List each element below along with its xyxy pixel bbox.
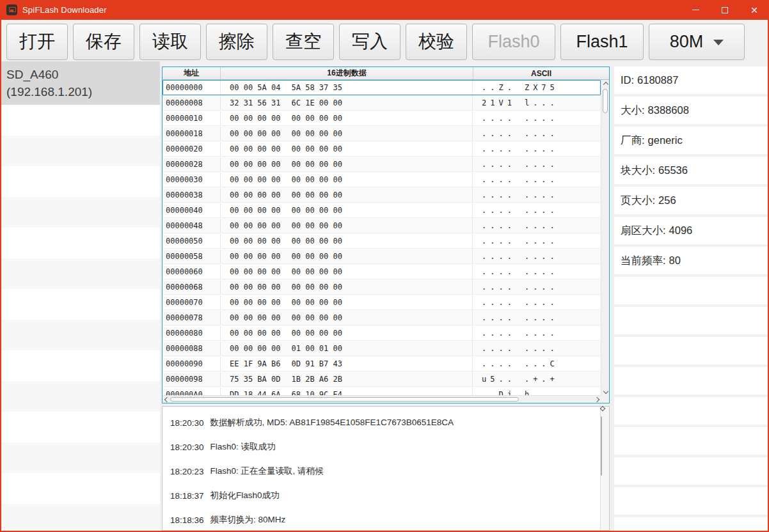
hex-row-ascii: ..Z. ZX75 xyxy=(473,81,600,95)
frequency-dropdown[interactable]: 80M xyxy=(649,24,745,60)
write-button[interactable]: 写入 xyxy=(339,24,400,60)
erase-button[interactable]: 擦除 xyxy=(206,24,267,60)
log-panel[interactable]: 18:20:30 数据解析成功, MD5: AB81F19854E1058FE1… xyxy=(162,406,610,531)
hex-row-address: 00000030 xyxy=(163,173,221,187)
hex-row[interactable]: 00000058 00 00 00 00 00 00 00 00 .... ..… xyxy=(163,249,601,264)
hex-row-bytes: 00 00 00 00 00 00 00 00 xyxy=(221,157,473,171)
maximize-button[interactable] xyxy=(710,0,740,20)
log-entry: 18:20:23 Flash0: 正在全量读取, 请稍候 xyxy=(170,459,600,483)
flash1-button[interactable]: Flash1 xyxy=(560,24,644,60)
hex-row[interactable]: 00000060 00 00 00 00 00 00 00 00 .... ..… xyxy=(163,264,601,279)
device-list-item-selected[interactable]: SD_A460 (192.168.1.201) xyxy=(1,61,160,105)
hex-row[interactable]: 00000098 75 35 BA 0D 1B 2B A6 2B u5.. .+… xyxy=(163,372,601,387)
read-button[interactable]: 读取 xyxy=(139,24,201,60)
hex-row[interactable]: 00000050 00 00 00 00 00 00 00 00 .... ..… xyxy=(163,233,601,249)
device-list-empty-area xyxy=(1,105,160,531)
log-timestamp: 18:18:37 xyxy=(170,491,204,501)
save-button[interactable]: 保存 xyxy=(73,24,134,60)
hex-row-bytes: 00 00 00 00 00 00 00 00 xyxy=(221,311,473,325)
hex-row-bytes: 00 00 00 00 00 00 00 00 xyxy=(221,173,473,187)
hex-row-ascii: .... .... xyxy=(473,219,600,233)
titlebar[interactable]: SpiFLash Downloader ✕ xyxy=(0,0,769,20)
close-button[interactable]: ✕ xyxy=(740,0,769,20)
hex-row[interactable]: 00000028 00 00 00 00 00 00 00 00 .... ..… xyxy=(163,157,601,172)
hex-row-bytes: 00 00 00 00 00 00 00 00 xyxy=(221,127,473,141)
info-row: 扇区大小: 4096 xyxy=(614,217,768,244)
hex-row[interactable]: 00000070 00 00 00 00 00 00 00 00 .... ..… xyxy=(163,295,601,310)
hex-row[interactable]: 00000068 00 00 00 00 00 00 00 00 .... ..… xyxy=(163,279,601,295)
hex-row-bytes: 00 00 00 00 00 00 00 00 xyxy=(221,188,473,202)
hex-row[interactable]: 00000020 00 00 00 00 00 00 00 00 .... ..… xyxy=(163,141,601,157)
device-list: SD_A460 (192.168.1.201) xyxy=(1,61,160,531)
flash0-button: Flash0 xyxy=(472,24,555,60)
hex-row[interactable]: 00000040 00 00 00 00 00 00 00 00 .... ..… xyxy=(163,203,601,218)
hex-row[interactable]: 00000048 00 00 00 00 00 00 00 00 .... ..… xyxy=(163,218,601,233)
hex-row-bytes: 00 00 00 00 00 00 00 00 xyxy=(221,219,473,233)
hex-row[interactable]: 00000018 00 00 00 00 00 00 00 00 .... ..… xyxy=(163,126,601,141)
info-row xyxy=(614,367,768,395)
log-timestamp: 18:20:30 xyxy=(170,418,204,428)
log-message: 频率切换为: 80MHz xyxy=(210,514,286,526)
info-value: 65536 xyxy=(658,164,688,176)
hex-row-ascii: .... .... xyxy=(473,280,600,294)
hex-row[interactable]: 00000088 00 00 00 00 01 00 01 00 .... ..… xyxy=(163,341,601,356)
hex-row[interactable]: 00000080 00 00 00 00 00 00 00 00 .... ..… xyxy=(163,325,601,341)
log-lines: 18:20:30 数据解析成功, MD5: AB81F19854E1058FE1… xyxy=(163,411,600,530)
hex-hscroll-thumb[interactable] xyxy=(170,397,519,402)
hex-row[interactable]: 00000010 00 00 00 00 00 00 00 00 .... ..… xyxy=(163,111,601,126)
hex-row-address: 00000090 xyxy=(163,357,221,371)
hex-row-bytes: DD 18 44 6A 68 10 9C E4 xyxy=(221,387,473,395)
info-row xyxy=(614,457,768,485)
hex-row[interactable]: 00000038 00 00 00 00 00 00 00 00 .... ..… xyxy=(163,187,601,203)
log-entry: 18:20:30 数据解析成功, MD5: AB81F19854E1058FE1… xyxy=(170,411,600,435)
blank-check-button[interactable]: 查空 xyxy=(273,24,334,60)
hex-row-bytes: 00 00 00 00 00 00 00 00 xyxy=(221,280,473,294)
info-value: 4096 xyxy=(669,224,693,237)
hex-vscroll-thumb[interactable] xyxy=(603,89,608,113)
info-row: 块大小: 65536 xyxy=(614,157,768,184)
column-header-ascii: ASCII xyxy=(473,67,609,79)
chevron-down-icon xyxy=(713,40,724,45)
minimize-button[interactable] xyxy=(681,0,710,20)
scroll-up-icon[interactable] xyxy=(601,80,610,88)
column-header-address: 地址 xyxy=(163,67,221,79)
hex-vertical-scrollbar[interactable] xyxy=(601,80,609,395)
log-message: Flash0: 正在全量读取, 请稍候 xyxy=(210,465,324,477)
hex-row[interactable]: 00000030 00 00 00 00 00 00 00 00 .... ..… xyxy=(163,172,601,187)
hex-row-bytes: 00 00 00 00 00 00 00 00 xyxy=(221,265,473,279)
hex-row[interactable]: 00000000 00 00 5A 04 5A 58 37 35 ..Z. ZX… xyxy=(163,80,601,95)
hex-row-ascii: .... .... xyxy=(473,265,600,279)
hex-row-address: 00000050 xyxy=(163,234,221,248)
hex-horizontal-scrollbar[interactable] xyxy=(163,395,601,403)
log-message: Flash0: 读取成功 xyxy=(210,441,276,453)
hex-row-ascii: .... .... xyxy=(473,326,600,340)
hex-row[interactable]: 00000008 32 31 56 31 6C 1E 00 00 21V1 l.… xyxy=(163,95,601,111)
hex-row-ascii: .... .... xyxy=(473,203,600,217)
log-vertical-scrollbar[interactable] xyxy=(600,407,609,530)
hex-row-bytes: 00 00 00 00 00 00 00 00 xyxy=(221,142,473,156)
open-button[interactable]: 打开 xyxy=(6,24,68,60)
hex-viewer-header: 地址 16进制数据 ASCII xyxy=(163,67,609,80)
info-row: ID: 6180887 xyxy=(614,66,768,94)
hex-row-ascii: .... ...C xyxy=(473,357,600,371)
hex-row[interactable]: 00000078 00 00 00 00 00 00 00 00 .... ..… xyxy=(163,310,601,325)
hex-row-ascii: .... .... xyxy=(473,142,600,156)
scroll-down-icon[interactable] xyxy=(601,387,610,395)
hex-row[interactable]: 00000090 EE 1F 9A B6 0D 91 B7 43 .... ..… xyxy=(163,356,601,372)
log-scroll-down-icon[interactable] xyxy=(601,407,605,411)
hex-row-ascii: 21V1 l... xyxy=(473,96,600,110)
app-window: SpiFLash Downloader ✕ 打开 保存 读取 擦除 查空 写入 … xyxy=(0,0,769,532)
hex-row-address: 000000A0 xyxy=(163,387,221,395)
hex-row[interactable]: 000000A0 DD 18 44 6A 68 10 9C E4 ..Dj h.… xyxy=(163,387,601,395)
scroll-right-icon[interactable] xyxy=(592,396,601,403)
info-row xyxy=(614,427,768,455)
info-row xyxy=(614,517,768,531)
info-row xyxy=(614,277,768,304)
close-icon: ✕ xyxy=(750,6,758,15)
window-title: SpiFLash Downloader xyxy=(22,5,107,15)
info-row: 页大小: 256 xyxy=(614,187,768,214)
hex-row-ascii: .... .... xyxy=(473,157,600,171)
verify-button[interactable]: 校验 xyxy=(406,24,467,60)
log-vscroll-thumb[interactable] xyxy=(601,416,602,476)
hex-row-address: 00000038 xyxy=(163,188,221,202)
